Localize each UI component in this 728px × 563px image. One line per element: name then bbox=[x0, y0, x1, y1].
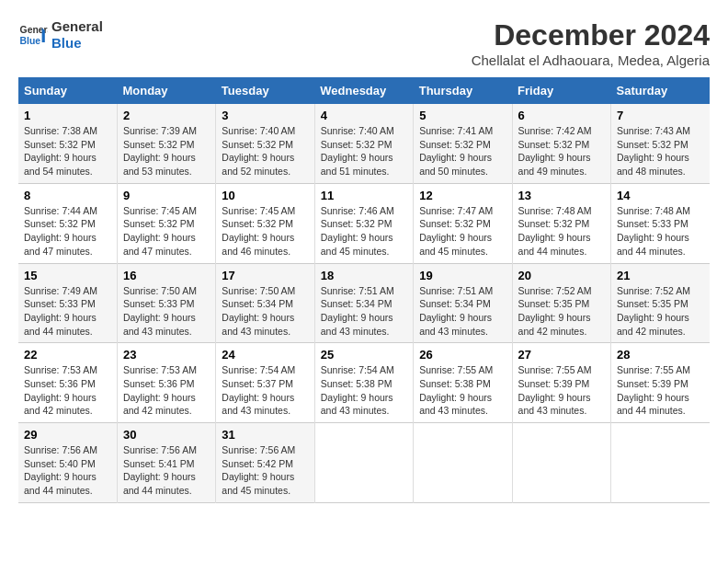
day-number: 17 bbox=[222, 269, 308, 282]
day-info: Sunrise: 7:55 AMSunset: 5:38 PMDaylight:… bbox=[419, 363, 506, 418]
day-info: Sunrise: 7:56 AMSunset: 5:42 PMDaylight:… bbox=[222, 443, 308, 498]
day-number: 11 bbox=[321, 189, 407, 202]
weekday-header-friday: Friday bbox=[512, 77, 610, 104]
day-number: 27 bbox=[518, 348, 605, 362]
day-number: 18 bbox=[321, 269, 407, 282]
calendar-cell bbox=[414, 423, 512, 503]
day-info: Sunrise: 7:42 AMSunset: 5:32 PMDaylight:… bbox=[518, 124, 605, 178]
day-info: Sunrise: 7:49 AMSunset: 5:33 PMDaylight:… bbox=[24, 284, 111, 339]
weekday-header-monday: Monday bbox=[117, 77, 215, 104]
day-info: Sunrise: 7:53 AMSunset: 5:36 PMDaylight:… bbox=[123, 363, 210, 418]
calendar-cell: 14Sunrise: 7:48 AMSunset: 5:33 PMDayligh… bbox=[611, 183, 710, 263]
calendar-cell: 27Sunrise: 7:55 AMSunset: 5:39 PMDayligh… bbox=[512, 343, 610, 423]
day-number: 30 bbox=[123, 428, 210, 442]
week-row-5: 29Sunrise: 7:56 AMSunset: 5:40 PMDayligh… bbox=[18, 423, 710, 503]
day-number: 31 bbox=[222, 428, 308, 442]
day-info: Sunrise: 7:45 AMSunset: 5:32 PMDaylight:… bbox=[123, 204, 210, 259]
location-text: Chellalat el Adhaouara, Medea, Algeria bbox=[472, 52, 710, 68]
calendar-cell: 8Sunrise: 7:44 AMSunset: 5:32 PMDaylight… bbox=[18, 183, 117, 263]
day-number: 20 bbox=[518, 269, 605, 282]
calendar-cell: 13Sunrise: 7:48 AMSunset: 5:32 PMDayligh… bbox=[512, 183, 610, 263]
day-info: Sunrise: 7:41 AMSunset: 5:32 PMDaylight:… bbox=[419, 124, 506, 178]
calendar-cell: 6Sunrise: 7:42 AMSunset: 5:32 PMDaylight… bbox=[512, 104, 610, 183]
calendar-cell: 29Sunrise: 7:56 AMSunset: 5:40 PMDayligh… bbox=[18, 423, 117, 503]
day-info: Sunrise: 7:55 AMSunset: 5:39 PMDaylight:… bbox=[617, 363, 704, 418]
day-number: 28 bbox=[617, 348, 704, 362]
calendar-cell: 9Sunrise: 7:45 AMSunset: 5:32 PMDaylight… bbox=[117, 183, 215, 263]
calendar-cell: 19Sunrise: 7:51 AMSunset: 5:34 PMDayligh… bbox=[414, 263, 512, 343]
calendar-cell bbox=[314, 423, 413, 503]
day-number: 26 bbox=[419, 348, 506, 362]
calendar-cell: 16Sunrise: 7:50 AMSunset: 5:33 PMDayligh… bbox=[117, 263, 215, 343]
day-number: 19 bbox=[419, 269, 506, 282]
month-title: December 2024 bbox=[472, 18, 710, 52]
day-info: Sunrise: 7:54 AMSunset: 5:38 PMDaylight:… bbox=[321, 363, 407, 418]
day-info: Sunrise: 7:43 AMSunset: 5:32 PMDaylight:… bbox=[617, 124, 704, 178]
calendar-cell: 4Sunrise: 7:40 AMSunset: 5:32 PMDaylight… bbox=[314, 104, 413, 183]
calendar-cell: 18Sunrise: 7:51 AMSunset: 5:34 PMDayligh… bbox=[314, 263, 413, 343]
day-number: 29 bbox=[24, 428, 111, 442]
logo-icon: General Blue bbox=[18, 20, 48, 50]
day-number: 24 bbox=[222, 348, 308, 362]
day-number: 1 bbox=[24, 109, 111, 122]
day-number: 10 bbox=[222, 189, 308, 202]
day-info: Sunrise: 7:38 AMSunset: 5:32 PMDaylight:… bbox=[24, 124, 111, 178]
weekday-header-saturday: Saturday bbox=[611, 77, 710, 104]
day-info: Sunrise: 7:50 AMSunset: 5:33 PMDaylight:… bbox=[123, 284, 210, 339]
calendar-cell: 1Sunrise: 7:38 AMSunset: 5:32 PMDaylight… bbox=[18, 104, 117, 183]
day-number: 9 bbox=[123, 189, 210, 202]
day-number: 15 bbox=[24, 269, 111, 282]
calendar-cell: 25Sunrise: 7:54 AMSunset: 5:38 PMDayligh… bbox=[314, 343, 413, 423]
calendar-cell: 5Sunrise: 7:41 AMSunset: 5:32 PMDaylight… bbox=[414, 104, 512, 183]
page-header: General Blue General Blue December 2024 … bbox=[18, 18, 710, 68]
svg-text:Blue: Blue bbox=[20, 36, 41, 46]
calendar-cell: 12Sunrise: 7:47 AMSunset: 5:32 PMDayligh… bbox=[414, 183, 512, 263]
day-info: Sunrise: 7:47 AMSunset: 5:32 PMDaylight:… bbox=[419, 204, 506, 259]
weekday-header-thursday: Thursday bbox=[414, 77, 512, 104]
day-number: 6 bbox=[518, 109, 605, 122]
calendar-cell: 15Sunrise: 7:49 AMSunset: 5:33 PMDayligh… bbox=[18, 263, 117, 343]
logo: General Blue General Blue bbox=[18, 18, 103, 52]
day-info: Sunrise: 7:46 AMSunset: 5:32 PMDaylight:… bbox=[321, 204, 407, 259]
calendar-cell: 26Sunrise: 7:55 AMSunset: 5:38 PMDayligh… bbox=[414, 343, 512, 423]
day-info: Sunrise: 7:44 AMSunset: 5:32 PMDaylight:… bbox=[24, 204, 111, 259]
day-number: 25 bbox=[321, 348, 407, 362]
day-info: Sunrise: 7:53 AMSunset: 5:36 PMDaylight:… bbox=[24, 363, 111, 418]
week-row-2: 8Sunrise: 7:44 AMSunset: 5:32 PMDaylight… bbox=[18, 183, 710, 263]
calendar-cell: 10Sunrise: 7:45 AMSunset: 5:32 PMDayligh… bbox=[216, 183, 314, 263]
title-block: December 2024 Chellalat el Adhaouara, Me… bbox=[472, 18, 710, 68]
day-info: Sunrise: 7:52 AMSunset: 5:35 PMDaylight:… bbox=[617, 284, 704, 339]
weekday-header-row: SundayMondayTuesdayWednesdayThursdayFrid… bbox=[18, 77, 710, 104]
day-info: Sunrise: 7:39 AMSunset: 5:32 PMDaylight:… bbox=[123, 124, 210, 178]
calendar-cell: 30Sunrise: 7:56 AMSunset: 5:41 PMDayligh… bbox=[117, 423, 215, 503]
day-number: 21 bbox=[617, 269, 704, 282]
day-info: Sunrise: 7:40 AMSunset: 5:32 PMDaylight:… bbox=[321, 124, 407, 178]
calendar-cell: 3Sunrise: 7:40 AMSunset: 5:32 PMDaylight… bbox=[216, 104, 314, 183]
day-number: 7 bbox=[617, 109, 704, 122]
weekday-header-tuesday: Tuesday bbox=[216, 77, 314, 104]
day-number: 3 bbox=[222, 109, 308, 122]
weekday-header-wednesday: Wednesday bbox=[314, 77, 413, 104]
logo-general: General bbox=[51, 18, 103, 35]
week-row-4: 22Sunrise: 7:53 AMSunset: 5:36 PMDayligh… bbox=[18, 343, 710, 423]
calendar-cell: 23Sunrise: 7:53 AMSunset: 5:36 PMDayligh… bbox=[117, 343, 215, 423]
calendar-cell: 17Sunrise: 7:50 AMSunset: 5:34 PMDayligh… bbox=[216, 263, 314, 343]
day-number: 12 bbox=[419, 189, 506, 202]
calendar-cell: 22Sunrise: 7:53 AMSunset: 5:36 PMDayligh… bbox=[18, 343, 117, 423]
day-info: Sunrise: 7:56 AMSunset: 5:40 PMDaylight:… bbox=[24, 443, 111, 498]
day-number: 23 bbox=[123, 348, 210, 362]
calendar-cell: 24Sunrise: 7:54 AMSunset: 5:37 PMDayligh… bbox=[216, 343, 314, 423]
day-number: 5 bbox=[419, 109, 506, 122]
calendar-cell: 11Sunrise: 7:46 AMSunset: 5:32 PMDayligh… bbox=[314, 183, 413, 263]
day-number: 14 bbox=[617, 189, 704, 202]
calendar-cell: 21Sunrise: 7:52 AMSunset: 5:35 PMDayligh… bbox=[611, 263, 710, 343]
day-info: Sunrise: 7:55 AMSunset: 5:39 PMDaylight:… bbox=[518, 363, 605, 418]
calendar-cell: 7Sunrise: 7:43 AMSunset: 5:32 PMDaylight… bbox=[611, 104, 710, 183]
day-info: Sunrise: 7:50 AMSunset: 5:34 PMDaylight:… bbox=[222, 284, 308, 339]
calendar-cell: 31Sunrise: 7:56 AMSunset: 5:42 PMDayligh… bbox=[216, 423, 314, 503]
week-row-1: 1Sunrise: 7:38 AMSunset: 5:32 PMDaylight… bbox=[18, 104, 710, 183]
day-info: Sunrise: 7:48 AMSunset: 5:33 PMDaylight:… bbox=[617, 204, 704, 259]
week-row-3: 15Sunrise: 7:49 AMSunset: 5:33 PMDayligh… bbox=[18, 263, 710, 343]
weekday-header-sunday: Sunday bbox=[18, 77, 117, 104]
day-info: Sunrise: 7:52 AMSunset: 5:35 PMDaylight:… bbox=[518, 284, 605, 339]
